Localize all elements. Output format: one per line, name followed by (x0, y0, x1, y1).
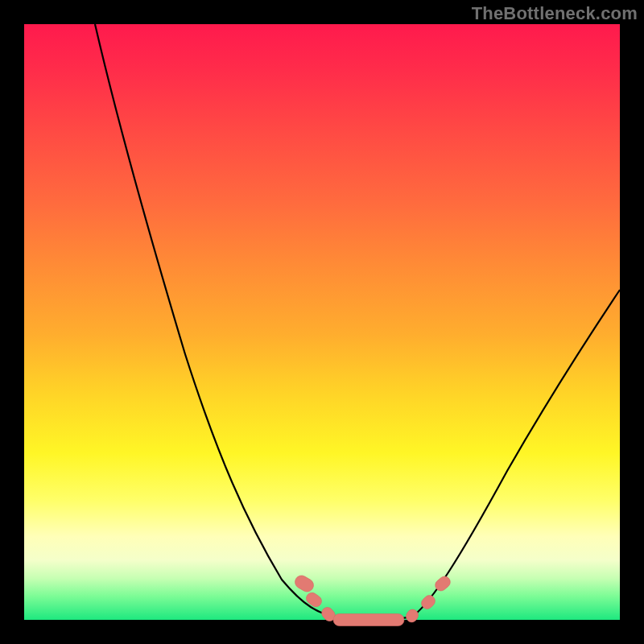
chart-frame: TheBottleneck.com (0, 0, 644, 644)
curve-path (95, 24, 620, 620)
bottleneck-curve (24, 24, 620, 620)
watermark-text: TheBottleneck.com (472, 3, 638, 24)
svg-rect-0 (293, 573, 316, 594)
plot-area (24, 24, 620, 620)
svg-rect-3 (333, 614, 404, 626)
svg-rect-4 (404, 608, 420, 625)
highlight-markers (293, 573, 453, 625)
svg-rect-1 (304, 591, 324, 609)
